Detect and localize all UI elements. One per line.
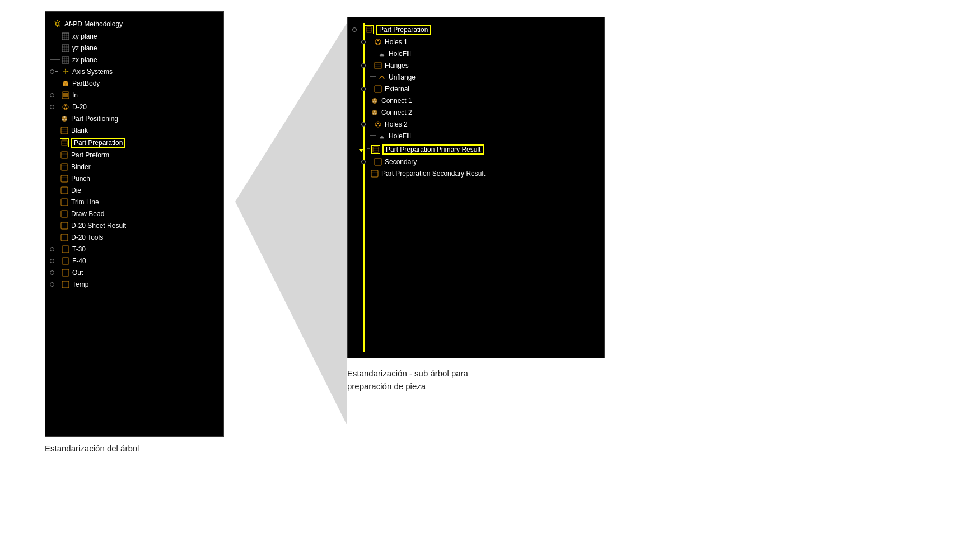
- die-icon: [60, 186, 69, 195]
- f40-icon: [61, 256, 70, 265]
- part-prep-secondary-label: Part Preparation Secondary Result: [381, 170, 485, 178]
- temp-label: Temp: [72, 281, 88, 288]
- d20tools-icon: [60, 233, 69, 242]
- left-caption: Estandarización del árbol: [45, 444, 224, 453]
- binder-label: Binder: [71, 163, 91, 171]
- part-pos-icon: [60, 114, 69, 123]
- connect1-icon: [370, 96, 379, 105]
- list-item: D-20 Sheet Result: [50, 220, 219, 231]
- svg-point-21: [64, 81, 67, 83]
- svg-rect-50: [61, 234, 68, 241]
- svg-point-61: [376, 42, 377, 43]
- svg-point-28: [64, 107, 66, 109]
- temp-icon: [61, 280, 70, 289]
- drawbead-icon: [60, 209, 69, 218]
- f40-label: F-40: [72, 257, 86, 265]
- list-item: F-40: [50, 255, 219, 267]
- svg-rect-81: [373, 147, 379, 152]
- svg-point-60: [377, 40, 379, 41]
- list-item: Out: [50, 267, 219, 278]
- svg-point-79: [379, 124, 380, 125]
- svg-point-22: [63, 83, 65, 86]
- svg-rect-11: [62, 57, 69, 63]
- svg-marker-18: [65, 68, 66, 70]
- list-item: T-30: [50, 243, 219, 255]
- list-item: yz plane: [50, 42, 219, 54]
- list-item: Holes 1: [352, 36, 600, 48]
- svg-marker-19: [67, 71, 69, 72]
- part-prep-right-label: Part Preparation: [376, 25, 431, 35]
- plane-icon: [61, 55, 70, 64]
- list-item: HoleFill: [352, 48, 600, 59]
- plane-icon: [61, 44, 70, 53]
- xy-plane-label: xy plane: [72, 32, 97, 40]
- svg-rect-49: [61, 222, 68, 229]
- list-item: Holes 2: [352, 118, 600, 130]
- svg-rect-52: [62, 258, 69, 264]
- svg-rect-1: [62, 33, 69, 40]
- blank-label: Blank: [71, 127, 88, 134]
- list-item: Binder: [50, 161, 219, 172]
- list-item: In: [50, 89, 219, 101]
- secondary-icon: [374, 157, 382, 166]
- list-item: Trim Line: [50, 196, 219, 208]
- right-caption: Estandarización - sub árbol para prepara…: [347, 367, 468, 393]
- die-label: Die: [71, 186, 81, 194]
- binder-icon: [60, 162, 69, 171]
- d20sr-icon: [60, 221, 69, 230]
- svg-point-69: [374, 99, 376, 100]
- list-item: Part Preparation: [352, 23, 600, 36]
- list-item: D-20 Tools: [50, 231, 219, 243]
- holefill2-icon: [377, 132, 386, 141]
- t30-icon: [61, 245, 70, 254]
- part-preform-label: Part Preform: [71, 151, 109, 159]
- list-item: Part Preparation: [50, 136, 219, 149]
- axis-icon: [61, 67, 70, 76]
- out-icon: [61, 268, 70, 277]
- list-item: Secondary: [352, 156, 600, 167]
- svg-point-77: [377, 122, 379, 123]
- svg-rect-46: [61, 187, 68, 194]
- punch-icon: [60, 174, 69, 183]
- list-item: Temp: [50, 278, 219, 290]
- left-tree-panel: Af-PD Methodology xy plane: [45, 11, 224, 437]
- svg-point-71: [375, 101, 377, 102]
- holes1-label: Holes 1: [385, 38, 408, 46]
- list-item: Die: [50, 184, 219, 196]
- unflange-icon: [377, 73, 386, 82]
- part-preform-icon: [60, 151, 69, 160]
- svg-rect-67: [375, 86, 381, 92]
- d20-label: D-20: [72, 103, 87, 111]
- external-icon: [374, 85, 382, 94]
- svg-point-33: [65, 119, 67, 120]
- secondary-label: Secondary: [385, 158, 417, 166]
- svg-point-27: [65, 105, 67, 106]
- part-prep-secondary-icon: [370, 169, 379, 178]
- svg-point-59: [375, 39, 381, 45]
- svg-rect-25: [63, 93, 68, 97]
- holefill1-label: HoleFill: [389, 50, 411, 58]
- trim-label: Trim Line: [71, 198, 99, 206]
- svg-rect-51: [62, 246, 69, 253]
- svg-rect-44: [61, 175, 68, 182]
- svg-marker-55: [235, 22, 347, 426]
- list-item: Punch: [50, 172, 219, 184]
- list-item: Axis Systems: [50, 66, 219, 77]
- flanges-label: Flanges: [385, 62, 409, 69]
- list-item: HoleFill: [352, 130, 600, 142]
- d20-icon: [61, 102, 70, 111]
- svg-point-32: [62, 119, 64, 120]
- zx-plane-label: zx plane: [72, 56, 97, 64]
- svg-rect-47: [61, 199, 68, 206]
- part-prep-left-label: Part Preparation: [71, 138, 125, 148]
- svg-point-29: [66, 107, 68, 109]
- list-item: Part Positioning: [50, 113, 219, 124]
- svg-point-31: [64, 116, 66, 118]
- connect1-label: Connect 1: [381, 97, 412, 105]
- svg-rect-48: [61, 211, 68, 217]
- svg-rect-54: [62, 281, 69, 288]
- unflange-label: Unflange: [389, 73, 416, 81]
- svg-point-70: [373, 101, 375, 102]
- holefill1-icon: [377, 49, 386, 58]
- part-prep-primary-icon: [371, 145, 380, 154]
